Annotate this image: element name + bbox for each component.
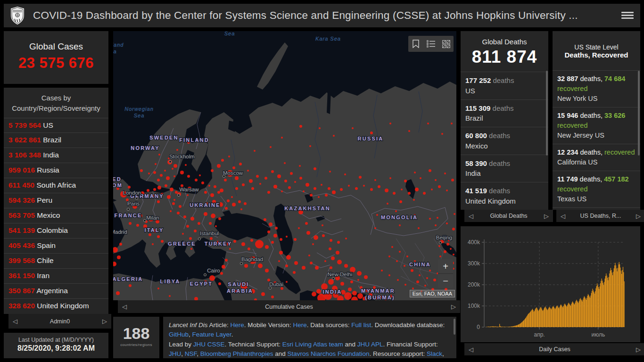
case-dot[interactable]	[117, 255, 121, 259]
case-dot[interactable]	[158, 154, 160, 156]
case-dot[interactable]	[330, 266, 332, 269]
case-dot[interactable]	[312, 243, 314, 245]
case-dot[interactable]	[414, 172, 416, 173]
country-row[interactable]: 959 016 Russia	[4, 163, 108, 178]
case-dot[interactable]	[446, 189, 448, 191]
case-dot[interactable]	[397, 279, 399, 281]
basemap-gallery-icon[interactable]	[438, 36, 454, 52]
case-dot[interactable]	[452, 228, 455, 230]
case-dot[interactable]	[376, 214, 378, 216]
bookmark-icon[interactable]	[408, 36, 423, 52]
case-dot[interactable]	[337, 260, 342, 264]
tab-global-deaths[interactable]: ◁ Global Deaths ▷	[464, 210, 553, 222]
case-dot[interactable]	[416, 280, 419, 283]
case-dot[interactable]	[265, 245, 269, 249]
case-dot[interactable]	[424, 285, 426, 287]
case-dot[interactable]	[399, 224, 401, 226]
tab-cumulative-cases[interactable]: ◁ Cumulative Cases ▷	[118, 300, 460, 313]
case-dot[interactable]	[310, 194, 313, 197]
case-dot[interactable]	[451, 123, 453, 124]
case-dot[interactable]	[149, 233, 151, 236]
case-dot[interactable]	[357, 279, 359, 281]
case-dot[interactable]	[446, 243, 449, 246]
case-dot[interactable]	[314, 167, 316, 170]
case-dot[interactable]	[333, 135, 335, 137]
prev-arrow-icon[interactable]: ◁	[13, 318, 17, 324]
case-dot[interactable]	[413, 199, 415, 201]
case-dot[interactable]	[281, 137, 283, 139]
case-dot[interactable]	[280, 238, 282, 241]
case-dot[interactable]	[209, 222, 212, 225]
case-dot[interactable]	[399, 251, 401, 253]
case-dot[interactable]	[357, 293, 363, 299]
tab-daily-cases[interactable]: ◁ Daily Cases ▷	[464, 343, 644, 355]
country-row[interactable]: 5 739 564 US	[4, 118, 108, 133]
case-dot[interactable]	[186, 225, 189, 228]
case-dot[interactable]	[408, 192, 411, 195]
case-dot[interactable]	[166, 176, 170, 180]
case-dot[interactable]	[370, 132, 373, 134]
case-dot[interactable]	[299, 177, 302, 180]
info-link[interactable]: Full list	[351, 321, 371, 329]
case-dot[interactable]	[264, 177, 267, 180]
case-dot[interactable]	[310, 262, 313, 264]
case-dot[interactable]	[264, 218, 266, 221]
info-link[interactable]: JHU	[169, 350, 181, 357]
case-dot[interactable]	[340, 188, 343, 191]
case-dot[interactable]	[348, 185, 350, 187]
case-dot[interactable]	[437, 217, 438, 219]
case-dot[interactable]	[453, 254, 454, 255]
death-row[interactable]: 115 309 deathsBrazil	[461, 99, 548, 127]
death-row[interactable]: 58 390 deathsIndia	[461, 155, 548, 182]
case-dot[interactable]	[345, 238, 347, 239]
case-dot[interactable]	[119, 243, 122, 246]
legend-icon[interactable]	[423, 36, 438, 52]
tab-admin0[interactable]: ◁ Admin0 ▷	[8, 314, 111, 329]
case-dot[interactable]	[157, 179, 160, 181]
case-dot[interactable]	[308, 255, 310, 256]
case-dot[interactable]	[378, 185, 380, 188]
case-dot[interactable]	[259, 183, 261, 185]
case-dot[interactable]	[255, 240, 264, 248]
case-dot[interactable]	[348, 288, 352, 291]
case-dot[interactable]	[242, 183, 245, 186]
case-dot[interactable]	[254, 150, 256, 152]
death-row[interactable]: 41 519 deathsUnited Kingdom	[461, 182, 548, 210]
case-dot[interactable]	[281, 190, 283, 192]
country-row[interactable]: 361 150 Iran	[4, 268, 108, 283]
case-dot[interactable]	[315, 266, 319, 270]
case-dot[interactable]	[406, 255, 408, 257]
case-dot[interactable]	[446, 222, 448, 224]
info-link[interactable]: Here	[293, 321, 306, 329]
case-dot[interactable]	[294, 181, 296, 183]
case-dot[interactable]	[204, 212, 207, 216]
info-link[interactable]: Here	[231, 321, 244, 329]
case-dot[interactable]	[180, 171, 184, 174]
info-link[interactable]: Bloomberg Philanthropies	[200, 350, 273, 357]
case-dot[interactable]	[284, 162, 286, 164]
case-dot[interactable]	[441, 133, 443, 135]
death-row[interactable]: 60 800 deathsMexico	[461, 127, 548, 155]
case-dot[interactable]	[187, 194, 189, 196]
case-dot[interactable]	[153, 171, 156, 174]
case-dot[interactable]	[385, 189, 388, 192]
case-dot[interactable]	[305, 222, 308, 225]
case-dot[interactable]	[261, 292, 265, 296]
case-dot[interactable]	[116, 291, 120, 295]
case-dot[interactable]	[182, 233, 184, 235]
country-row[interactable]: 350 867 Argentina	[4, 283, 108, 298]
case-dot[interactable]	[336, 251, 339, 255]
case-dot[interactable]	[157, 186, 161, 189]
case-dot[interactable]	[241, 242, 245, 246]
case-dot[interactable]	[319, 127, 321, 129]
case-dot[interactable]	[211, 214, 215, 218]
case-dot[interactable]	[355, 187, 358, 190]
case-dot[interactable]	[208, 185, 210, 187]
case-dot[interactable]	[204, 191, 207, 194]
case-dot[interactable]	[165, 184, 167, 187]
case-dot[interactable]	[187, 175, 190, 178]
country-row[interactable]: 611 450 South Africa	[4, 178, 108, 193]
case-dot[interactable]	[340, 282, 344, 286]
case-dot[interactable]	[222, 265, 225, 269]
info-link[interactable]: Stavros Niarchos Foundation	[287, 350, 369, 357]
